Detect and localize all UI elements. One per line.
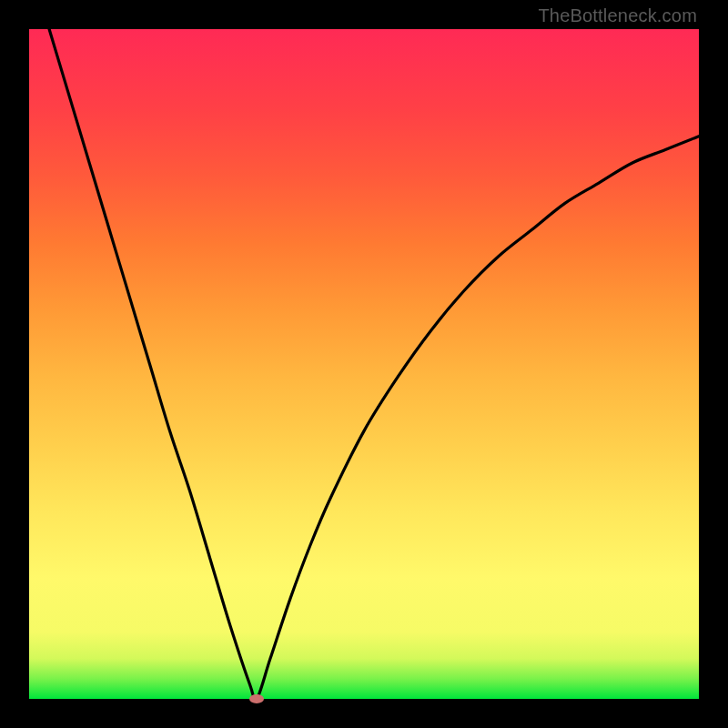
watermark-text: TheBottleneck.com [538,5,697,26]
chart-frame: TheBottleneck.com [0,0,728,728]
minimum-marker [249,694,264,703]
bottleneck-curve [29,29,699,699]
plot-area [29,29,699,699]
